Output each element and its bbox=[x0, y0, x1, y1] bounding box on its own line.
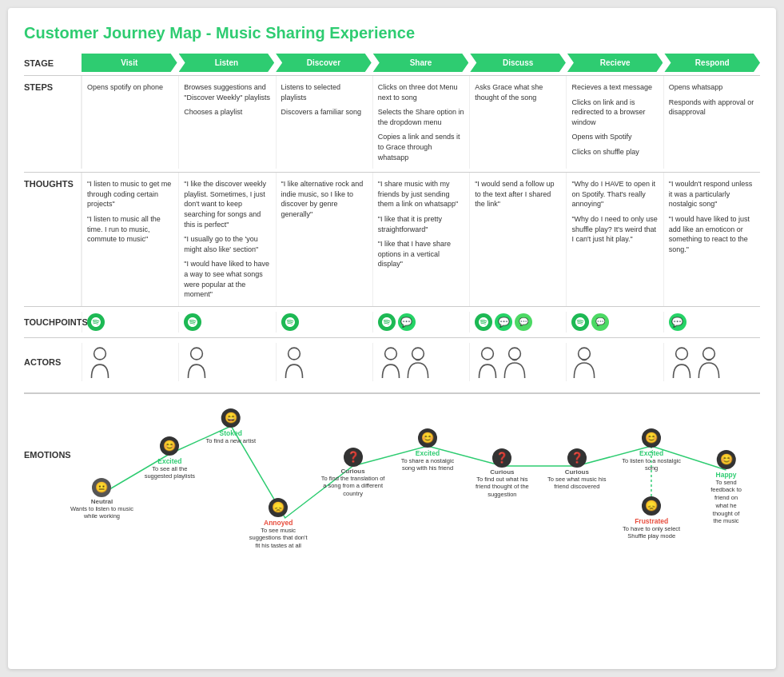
actors-row: ACTORS bbox=[24, 337, 760, 386]
excited-label-2: Excited bbox=[416, 449, 440, 457]
svg-point-7 bbox=[579, 348, 591, 360]
stage-discover: Discover bbox=[276, 54, 372, 72]
stage-label: STAGE bbox=[24, 58, 82, 68]
stage-listen: Listen bbox=[179, 54, 275, 72]
steps-cell-4: Asks Grace what she thought of the song bbox=[469, 76, 566, 169]
steps-cell-3: Clicks on three dot Menu next to song Se… bbox=[372, 76, 469, 169]
thoughts-cell-5: "Why do I HAVE to open it on Spotify. Th… bbox=[566, 173, 663, 306]
curious-face-3: ❓ bbox=[567, 448, 587, 468]
frustrated-face: 😞 bbox=[642, 496, 661, 516]
actor-cell-3 bbox=[372, 343, 469, 381]
actor-male bbox=[281, 346, 307, 378]
curious-desc-1: To find the translation of a song from a… bbox=[321, 475, 385, 498]
tp-cell-4: 💬 💬 bbox=[469, 312, 566, 333]
svg-point-0 bbox=[94, 348, 106, 360]
excited-label-3: Excited bbox=[639, 449, 663, 457]
excited-desc-3: To listen to a nostalgic song bbox=[619, 457, 683, 473]
frustrated-label: Frustrated bbox=[635, 517, 668, 525]
spotify-icon bbox=[378, 313, 396, 331]
tp-cell-0 bbox=[82, 312, 178, 333]
subtitle-text: Music Sharing Experience bbox=[216, 24, 415, 42]
annoyed-face: 😞 bbox=[269, 498, 288, 517]
touchpoints-label: TOUCHPOINTS bbox=[24, 312, 82, 333]
stages-container: Visit Listen Discover Share Discuss Reci… bbox=[82, 54, 760, 72]
thoughts-cell-3: "I share music with my friends by just s… bbox=[372, 173, 469, 306]
svg-point-8 bbox=[675, 348, 687, 360]
emotion-excited-3: 😊 Excited To listen to a nostalgic song bbox=[619, 428, 683, 473]
excited-desc-2: To share a nostalgic song with his frien… bbox=[396, 457, 460, 473]
svg-point-1 bbox=[191, 348, 203, 360]
tp-cell-1 bbox=[178, 312, 275, 333]
annoyed-desc: To see music suggestions that don't fit … bbox=[246, 527, 310, 550]
whatsapp-icon: 💬 bbox=[398, 313, 416, 331]
actor-cell-2 bbox=[276, 343, 372, 381]
emotion-curious-2: ❓ Curious To find out what his friend th… bbox=[470, 448, 534, 499]
thoughts-grid: THOUGHTS "I listen to music to get me th… bbox=[24, 172, 760, 306]
steps-cell-0: Opens spotify on phone bbox=[82, 76, 178, 169]
tp-cell-6: 💬 bbox=[663, 312, 760, 333]
stage-respond: Respond bbox=[664, 54, 760, 72]
svg-point-3 bbox=[384, 348, 396, 360]
stage-row: STAGE Visit Listen Discover Share Discus… bbox=[24, 54, 760, 72]
actor-female bbox=[502, 346, 527, 378]
emotion-neutral: 😐 Neutral Wants to listen to music while… bbox=[70, 478, 133, 521]
emotion-happy: 😊 Happy To send feedback to friend on wh… bbox=[709, 450, 742, 526]
thoughts-label: THOUGHTS bbox=[24, 173, 82, 306]
excited-label-1: Excited bbox=[157, 457, 181, 465]
curious-face-2: ❓ bbox=[492, 448, 511, 468]
thoughts-cell-0: "I listen to music to get me through cod… bbox=[82, 173, 178, 306]
tp-cell-2 bbox=[276, 312, 372, 333]
actor-female bbox=[571, 346, 597, 378]
steps-cell-6: Opens whatsapp Responds with approval or… bbox=[663, 76, 760, 169]
svg-point-4 bbox=[412, 348, 424, 360]
spotify-icon bbox=[571, 313, 589, 331]
whatsapp-icon: 💬 bbox=[669, 313, 686, 331]
excited-face-2: 😊 bbox=[418, 428, 437, 448]
excited-desc-1: To see all the suggested playlists bbox=[137, 465, 201, 481]
emotions-section: EMOTIONS 😐 Neutral Wants to listen to mu… bbox=[24, 392, 760, 578]
neutral-face: 😐 bbox=[92, 478, 111, 497]
steps-cell-1: Browses suggestions and "Discover Weekly… bbox=[178, 76, 275, 169]
spotify-icon bbox=[475, 313, 492, 331]
spotify-icon bbox=[281, 313, 299, 331]
stage-visit: Visit bbox=[82, 54, 177, 72]
emotion-curious-1: ❓ Curious To find the translation of a s… bbox=[321, 448, 385, 498]
svg-point-5 bbox=[482, 348, 494, 360]
svg-point-9 bbox=[702, 348, 714, 360]
excited-face-3: 😊 bbox=[642, 428, 661, 448]
actor-male bbox=[475, 346, 500, 378]
svg-point-2 bbox=[288, 348, 300, 360]
actor-cell-1 bbox=[178, 343, 275, 381]
curious-face-1: ❓ bbox=[344, 448, 363, 467]
actor-female bbox=[696, 346, 722, 378]
happy-label: Happy bbox=[716, 471, 737, 479]
stoked-face: 😄 bbox=[221, 408, 241, 428]
emotion-excited-2: 😊 Excited To share a nostalgic song with… bbox=[396, 428, 460, 473]
steps-cell-2: Listens to selected playlists Discovers … bbox=[276, 76, 372, 169]
happy-desc: To send feedback to friend on what he th… bbox=[709, 479, 742, 526]
emotion-frustrated: 😞 Frustrated To have to only select Shuf… bbox=[619, 496, 683, 541]
page-title: Customer Journey Map - Music Sharing Exp… bbox=[24, 24, 760, 42]
actor-male bbox=[378, 346, 404, 378]
thoughts-cell-4: "I would send a follow up to the text af… bbox=[469, 173, 566, 306]
stoked-label: Stoked bbox=[220, 429, 242, 437]
steps-cell-5: Recieves a text message Clicks on link a… bbox=[566, 76, 663, 169]
stage-discuss: Discuss bbox=[470, 54, 566, 72]
imessage-icon: 💬 bbox=[515, 313, 532, 331]
stage-share: Share bbox=[373, 54, 469, 72]
neutral-desc: Wants to listen to music while working bbox=[70, 505, 133, 521]
stoked-desc: To find a new artist bbox=[206, 437, 257, 445]
actor-cell-4 bbox=[469, 343, 566, 381]
steps-label: STEPS bbox=[24, 76, 82, 169]
emotion-stoked: 😄 Stoked To find a new artist bbox=[206, 408, 257, 445]
actor-cell-6 bbox=[663, 343, 760, 381]
stage-recieve: Recieve bbox=[567, 54, 663, 72]
svg-point-6 bbox=[509, 348, 521, 360]
happy-face: 😊 bbox=[717, 450, 736, 469]
actor-cell-0 bbox=[82, 343, 178, 381]
imessage-icon: 💬 bbox=[591, 313, 609, 331]
emotion-annoyed: 😞 Annoyed To see music suggestions that … bbox=[246, 498, 310, 550]
actor-male bbox=[184, 346, 209, 378]
spotify-icon bbox=[87, 313, 105, 331]
actor-cell-5 bbox=[566, 343, 663, 381]
